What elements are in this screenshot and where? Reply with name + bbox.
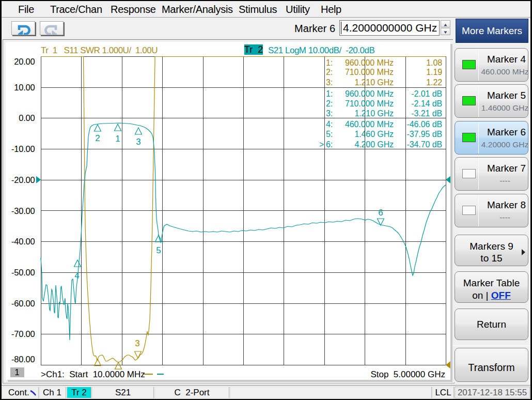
svg-text:1.22: 1.22	[426, 78, 442, 87]
svg-text:-30.00: -30.00	[11, 206, 35, 216]
svg-text:3: 3	[135, 339, 139, 348]
svg-text:1.210 GHz: 1.210 GHz	[354, 78, 394, 87]
svg-text:>: >	[319, 140, 324, 149]
svg-text:5:: 5:	[326, 130, 333, 139]
svg-text:5: 5	[156, 245, 161, 255]
svg-text:1.19: 1.19	[426, 68, 442, 76]
svg-text:710.000 MHz: 710.000 MHz	[345, 99, 394, 108]
svg-text:960.000 MHz: 960.000 MHz	[345, 58, 394, 67]
svg-text:2:: 2:	[326, 99, 333, 108]
svg-text:3: 3	[136, 137, 140, 147]
svg-text:-2.14 dB: -2.14 dB	[411, 99, 442, 108]
svg-text:710.000 MHz: 710.000 MHz	[345, 68, 394, 76]
svg-text:-50.00: -50.00	[11, 268, 35, 277]
svg-text:1.08: 1.08	[426, 58, 442, 67]
svg-text:10.00: 10.00	[14, 83, 35, 92]
svg-text:6:: 6:	[326, 140, 333, 149]
svg-text:Stop 5.00000 GHz: Stop 5.00000 GHz	[370, 370, 445, 379]
svg-text:-3.21 dB: -3.21 dB	[411, 109, 442, 118]
svg-text:3:: 3:	[326, 78, 333, 87]
svg-text:960.000 MHz: 960.000 MHz	[345, 89, 394, 98]
svg-text:1.460 GHz: 1.460 GHz	[354, 130, 394, 139]
svg-text:-2.01 dB: -2.01 dB	[411, 89, 442, 98]
svg-text:6: 6	[378, 208, 383, 218]
svg-text:1:: 1:	[326, 89, 333, 98]
svg-text:2: 2	[95, 133, 100, 143]
svg-text:1: 1	[115, 134, 120, 144]
svg-text:-20.00: -20.00	[11, 175, 35, 184]
svg-text:-37.95 dB: -37.95 dB	[407, 130, 442, 139]
svg-text:20.00: 20.00	[14, 57, 35, 66]
svg-text:-60.00: -60.00	[11, 299, 35, 308]
svg-text:4: 4	[74, 271, 79, 281]
svg-text:S21 LogM 10.00dB/ -20.0dB: S21 LogM 10.00dB/ -20.0dB	[268, 45, 374, 55]
svg-text:1:: 1:	[326, 58, 333, 67]
svg-text:Tr 1 S11 SWR 1.000U/ 1.00U: Tr 1 S11 SWR 1.000U/ 1.00U	[41, 45, 158, 55]
svg-text:1.210 GHz: 1.210 GHz	[354, 109, 394, 118]
svg-text:1: 1	[14, 367, 19, 377]
svg-text:Tr 2: Tr 2	[244, 44, 263, 55]
svg-text:>Ch1: Start 10.0000 MHz: >Ch1: Start 10.0000 MHz	[41, 370, 145, 379]
svg-text:-10.00: -10.00	[11, 144, 35, 153]
svg-text:0.00: 0.00	[19, 113, 35, 122]
svg-text:-46.06 dB: -46.06 dB	[407, 120, 442, 129]
svg-text:2:: 2:	[326, 68, 333, 76]
svg-text:460.000 MHz: 460.000 MHz	[345, 120, 394, 129]
svg-text:4:: 4:	[326, 120, 333, 129]
svg-text:-70.00: -70.00	[11, 329, 35, 339]
svg-text:-80.00: -80.00	[11, 355, 35, 364]
svg-text:3:: 3:	[326, 109, 333, 118]
svg-text:4.200 GHz: 4.200 GHz	[354, 140, 394, 149]
svg-text:-34.70 dB: -34.70 dB	[407, 140, 442, 149]
svg-text:-40.00: -40.00	[11, 237, 35, 246]
